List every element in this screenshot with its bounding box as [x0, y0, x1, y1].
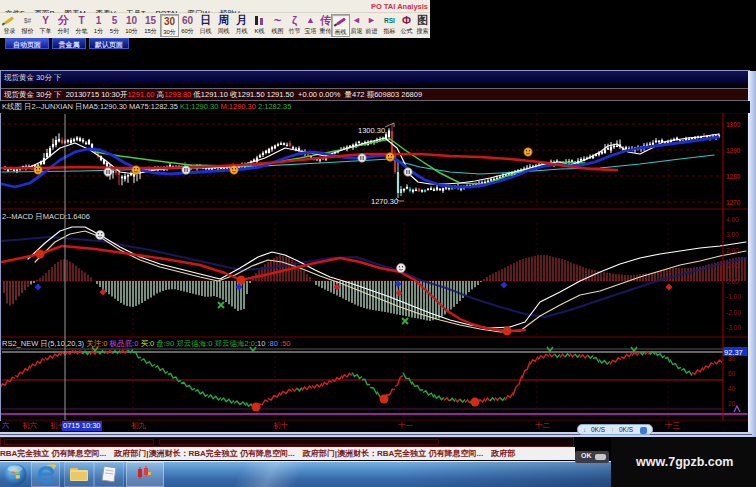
svg-text:0.00: 0.00 — [726, 278, 739, 285]
svg-text:-1.00: -1.00 — [726, 293, 741, 300]
svg-text:40: 40 — [728, 385, 736, 392]
svg-text:2.00: 2.00 — [726, 247, 739, 254]
svg-text:1270.30: 1270.30 — [371, 197, 398, 206]
svg-text:80: 80 — [728, 355, 736, 362]
svg-text:20: 20 — [728, 400, 736, 407]
svg-text:-3.00: -3.00 — [726, 324, 741, 331]
svg-text:1.00: 1.00 — [726, 262, 739, 269]
svg-text:60: 60 — [728, 370, 736, 377]
svg-text:1300.30: 1300.30 — [358, 126, 385, 135]
svg-text:1300: 1300 — [726, 121, 741, 128]
svg-text:1280: 1280 — [726, 173, 741, 180]
svg-text:3.00: 3.00 — [726, 231, 739, 238]
svg-text:1290: 1290 — [726, 147, 741, 154]
svg-text:1270: 1270 — [726, 199, 741, 206]
svg-text:-2.00: -2.00 — [726, 309, 741, 316]
